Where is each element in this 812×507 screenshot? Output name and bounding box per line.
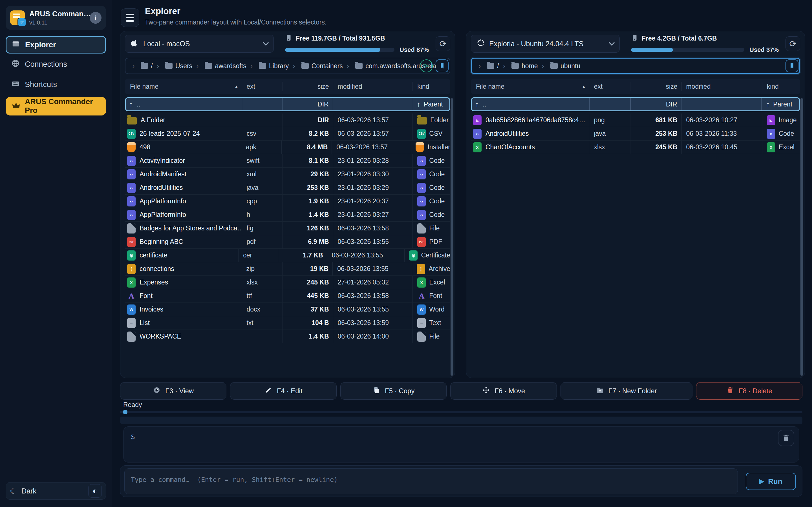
table-row[interactable]: Font ttf 445 KB 06-03-2026 13:58 Font [125,289,450,303]
kind-icon [417,332,426,342]
file-ext: docx [242,303,283,316]
f8-delete-button[interactable]: F8 · Delete [696,382,802,400]
column-header-size[interactable]: size [630,82,681,91]
file-type-icon [473,115,481,125]
column-header-size[interactable]: size [283,82,333,91]
contrast-toggle-icon[interactable]: ◐ [88,484,102,498]
table-row[interactable]: WORKSPACE 1.4 KB 06-03-2026 14:00 File [125,330,450,343]
right-parent-row[interactable]: ↑ .. DIR ↑ Parent [471,97,800,111]
table-row[interactable]: AppPlatformInfo cpp 1.9 KB 23-01-2026 20… [125,194,450,208]
file-type-icon [127,291,136,301]
sidebar-item-shortcuts[interactable]: Shortcuts [6,76,106,93]
refresh-icon[interactable]: ⟳ [436,36,450,51]
run-button[interactable]: ▶ Run [746,473,796,490]
bookmark-icon[interactable] [785,59,799,72]
arrow-up-icon: ↑ [417,100,420,109]
file-name: Beginning ABC [140,238,183,245]
left-disk-used-label: Used 87% [400,46,429,54]
left-scrollbar[interactable] [451,98,453,376]
table-row[interactable]: AndroidUtilities java 253 KB 23-01-2026 … [125,181,450,194]
f7-new-folder-button[interactable]: F7 · New Folder [560,382,693,400]
f3-view-button[interactable]: F3 · View [120,382,226,400]
f5-copy-button[interactable]: F5 · Copy [340,382,447,400]
file-name: ChartOfAccounts [486,144,535,151]
file-size: 445 KB [283,289,333,302]
file-modified: 06-03-2026 13:57 [333,114,413,127]
table-row[interactable]: certificate cer 1.7 KB 06-03-2026 13:55 … [125,249,450,262]
column-header-filename[interactable]: File name ▲ [471,82,589,91]
file-kind: Code [429,184,445,191]
column-header-filename[interactable]: File name ▲ [125,82,242,91]
clear-terminal-button[interactable] [778,430,794,446]
file-ext [242,114,283,127]
column-header-kind[interactable]: kind [413,82,450,91]
table-row[interactable]: A.Folder DIR 06-03-2026 13:57 Folder [125,114,450,127]
file-name: AndroidManifest [140,170,186,178]
breadcrumb-item[interactable]: Library [248,62,289,70]
table-row[interactable]: Expenses xlsx 245 KB 27-01-2026 05:32 Ex… [125,276,450,289]
sidebar-item-connections[interactable]: Connections [6,56,106,72]
breadcrumb-item[interactable]: Users [154,62,192,70]
file-type-icon [127,142,136,152]
column-header-modified[interactable]: modified [682,82,762,91]
table-row[interactable]: ActivityIndicator swift 8.1 KB 23-01-202… [125,154,450,168]
breadcrumb-item[interactable]: home [501,62,538,70]
column-header-ext[interactable]: ext [589,82,630,91]
file-type-icon [127,223,136,233]
sidebar-item-label: Explorer [25,41,56,49]
file-modified: 06-03-2026 13:55 [333,262,412,276]
kind-icon [417,223,426,233]
table-row[interactable]: Badges for App Stores and Podca… fig 126… [125,222,450,235]
table-row[interactable]: 0ab65b828661a46706da8758c4… png 681 KB 0… [471,114,800,127]
file-type-icon [127,156,136,166]
file-ext: ttf [242,289,283,302]
breadcrumb-item[interactable]: awardsofts [194,62,246,70]
file-modified: 06-03-2026 13:55 [333,235,413,248]
breadcrumb-item[interactable]: ubuntu [540,62,580,70]
right-source-selector[interactable]: Exploria - Ubuntu 24.04.4 LTS [471,35,620,53]
file-size: 6.9 MB [283,235,333,248]
breadcrumb-item[interactable]: / [476,62,499,70]
kind-icon [417,196,426,207]
right-disk-usage-bar [631,48,744,52]
function-bar: F3 · View F4 · Edit F5 · Copy F6 · Move … [120,382,802,400]
table-row[interactable]: List txt 104 B 06-03-2026 13:59 Text [125,316,450,330]
f6-move-button[interactable]: F6 · Move [450,382,557,400]
table-row[interactable]: Beginning ABC pdf 6.9 MB 06-03-2026 13:5… [125,235,450,249]
table-row[interactable]: 26-leads-2025-07-24 csv 8.2 KB 06-03-202… [125,127,450,140]
file-modified: 06-03-2026 13:59 [333,316,413,330]
table-row[interactable]: AppPlatformInfo h 1.4 KB 23-01-2026 03:2… [125,208,450,222]
left-source-selector[interactable]: Local - macOS [125,35,274,53]
terminal-output[interactable]: $ [123,427,799,462]
breadcrumb-item[interactable]: Containers [290,62,343,70]
bookmark-icon[interactable] [436,59,449,72]
refresh-icon[interactable]: ⟳ [785,36,800,51]
file-size: 19 KB [283,262,333,276]
right-scrollbar[interactable] [801,98,803,376]
breadcrumb-item[interactable]: / [130,62,153,70]
key-icon[interactable] [420,59,433,72]
left-parent-row[interactable]: ↑ .. DIR ↑ Parent [125,97,450,111]
file-name: connections [140,265,174,273]
breadcrumb-label: ubuntu [560,62,580,70]
table-row[interactable]: AndroidUtilities java 253 KB 06-03-2026 … [471,127,800,140]
file-ext: xlsx [589,140,630,154]
column-header-modified[interactable]: modified [333,82,413,91]
sidebar-item-explorer[interactable]: Explorer [6,36,106,54]
table-row[interactable]: AndroidManifest xml 29 KB 23-01-2026 03:… [125,168,450,181]
table-row[interactable]: Invoices docx 37 KB 06-03-2026 13:55 Wor… [125,303,450,316]
column-header-ext[interactable]: ext [242,82,283,91]
pro-upgrade-button[interactable]: ARUS Commander Pro [6,97,106,115]
apple-icon [131,39,139,48]
f4-edit-button[interactable]: F4 · Edit [230,382,336,400]
info-icon[interactable]: i [90,12,101,24]
table-row[interactable]: connections zip 19 KB 06-03-2026 13:55 A… [125,262,450,276]
column-header-kind[interactable]: kind [762,82,800,91]
file-kind: Excel [779,144,795,151]
menu-button[interactable] [121,8,139,27]
app-card: ARUS Comman… v1.0.11 i [6,6,106,30]
copy-icon [372,386,380,396]
table-row[interactable]: 498 apk 8.4 MB 06-03-2026 13:57 Installe… [125,140,450,154]
table-row[interactable]: ChartOfAccounts xlsx 245 KB 06-03-2026 1… [471,140,800,154]
command-input[interactable] [124,468,738,494]
